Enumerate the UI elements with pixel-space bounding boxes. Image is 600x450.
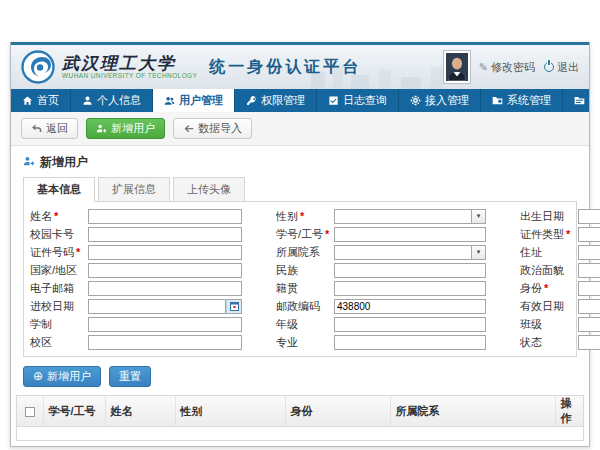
field-name: 姓名* — [30, 208, 270, 224]
department-control: ▾ — [334, 245, 486, 260]
select-all-checkbox[interactable] — [25, 407, 35, 417]
section-title: 新增用户 — [40, 154, 88, 171]
logout-link[interactable]: 退出 — [544, 60, 579, 75]
back-button[interactable]: 返回 — [21, 118, 78, 139]
political-status-input[interactable] — [578, 263, 600, 278]
schooling-length-input[interactable] — [88, 317, 242, 332]
enrollment-date-input[interactable] — [88, 299, 226, 314]
enrollment-date-control — [88, 299, 242, 314]
import-arrow-icon — [183, 123, 194, 134]
department-input[interactable] — [334, 245, 472, 260]
home-icon — [22, 95, 33, 106]
tab-upload-avatar[interactable]: 上传头像 — [173, 177, 245, 201]
name-input[interactable] — [88, 209, 242, 224]
class-input[interactable] — [578, 317, 600, 332]
field-label: 状态 — [520, 335, 578, 350]
field-country-region: 国家/地区 — [30, 262, 270, 278]
nav-item-label: 订阅管理 — [589, 93, 600, 108]
status-input[interactable] — [578, 335, 600, 350]
basic-info-panel: 姓名*性别*▾出生日期校园卡号学号/工号*证件类型*证件号码*所属院系▾住址国家… — [23, 201, 577, 357]
dropdown-arrow-icon[interactable]: ▾ — [472, 209, 486, 224]
field-label: 籍贯 — [276, 281, 334, 296]
field-native-place: 籍贯 — [276, 280, 514, 296]
student-staff-id-input[interactable] — [334, 227, 486, 242]
user-table-header-row: 学号/工号姓名性别身份所属院系操作 — [17, 396, 583, 427]
user-icon — [82, 95, 93, 106]
field-label: 国家/地区 — [30, 263, 88, 278]
reset-button-label: 重置 — [119, 369, 141, 384]
nav-item-label: 系统管理 — [507, 93, 551, 108]
nav-item-users[interactable]: 用户管理 — [153, 89, 235, 112]
data-import-label: 数据导入 — [198, 121, 242, 136]
field-address: 住址 — [520, 244, 600, 260]
nav-item-subscribe[interactable]: 订阅管理 — [563, 89, 600, 112]
nav-item-label: 权限管理 — [261, 93, 305, 108]
required-asterisk: * — [325, 228, 329, 240]
gender-input[interactable] — [334, 209, 472, 224]
postal-code-input[interactable] — [334, 299, 486, 314]
add-user-submit-label: 新增用户 — [47, 369, 91, 384]
university-logo-icon — [21, 50, 55, 84]
add-user-submit-button[interactable]: ⊕ 新增用户 — [23, 366, 101, 387]
address-input[interactable] — [578, 245, 600, 260]
field-label: 班级 — [520, 317, 578, 332]
birth-date-input[interactable] — [578, 209, 600, 224]
tab-basic-info[interactable]: 基本信息 — [23, 177, 95, 202]
ethnicity-input[interactable] — [334, 263, 486, 278]
field-id-type: 证件类型* — [520, 226, 600, 242]
field-label: 专业 — [276, 335, 334, 350]
data-import-button[interactable]: 数据导入 — [173, 118, 252, 139]
field-valid-date: 有效日期 — [520, 298, 600, 314]
id-number-input[interactable] — [88, 245, 242, 260]
calendar-icon[interactable] — [226, 299, 242, 314]
field-major: 专业 — [276, 334, 514, 350]
field-schooling-length: 学制 — [30, 316, 270, 332]
nav-item-key[interactable]: 权限管理 — [235, 89, 317, 112]
id-type-input[interactable] — [578, 227, 600, 242]
nav-item-gear[interactable]: 接入管理 — [399, 89, 481, 112]
section-title-row: 新增用户 — [11, 146, 589, 177]
field-email: 电子邮箱 — [30, 280, 270, 296]
field-label: 所属院系 — [276, 245, 334, 260]
subscribe-icon — [574, 95, 585, 106]
field-campus-card-no: 校园卡号 — [30, 226, 270, 242]
grade-input[interactable] — [334, 317, 486, 332]
back-arrow-icon — [31, 123, 42, 134]
nav-item-system[interactable]: 系统管理 — [481, 89, 563, 112]
change-password-link[interactable]: ✎ 修改密码 — [479, 60, 535, 75]
reset-button[interactable]: 重置 — [109, 366, 151, 387]
column-header-5: 操作 — [555, 396, 583, 427]
log-icon — [328, 95, 339, 106]
campus-card-no-input[interactable] — [88, 227, 242, 242]
field-student-staff-id: 学号/工号* — [276, 226, 514, 242]
nav-item-log[interactable]: 日志查询 — [317, 89, 399, 112]
field-label: 住址 — [520, 245, 578, 260]
users-icon — [164, 95, 175, 106]
add-user-toolbar-button[interactable]: 新增用户 — [86, 118, 165, 139]
native-place-input[interactable] — [334, 281, 486, 296]
field-label: 进校日期 — [30, 299, 88, 314]
field-political-status: 政治面貌 — [520, 262, 600, 278]
field-label: 证件类型* — [520, 227, 578, 242]
major-input[interactable] — [334, 335, 486, 350]
nav-item-home[interactable]: 首页 — [11, 89, 71, 112]
app-window: 武汉理工大学 WUHAN UNIVERSITY OF TECHNOLOGY 统一… — [10, 42, 590, 447]
university-name-cn: 武汉理工大学 — [62, 54, 197, 72]
power-icon — [544, 62, 554, 72]
country-region-input[interactable] — [88, 263, 242, 278]
campus-input[interactable] — [88, 335, 242, 350]
tab-bar: 基本信息 扩展信息 上传头像 — [11, 177, 589, 201]
user-plus-icon — [96, 123, 107, 134]
back-button-label: 返回 — [46, 121, 68, 136]
field-class: 班级 — [520, 316, 600, 332]
email-input[interactable] — [88, 281, 242, 296]
user-avatar[interactable] — [444, 51, 470, 83]
identity-input[interactable] — [578, 281, 600, 296]
field-label: 出生日期 — [520, 209, 578, 224]
required-asterisk: * — [544, 282, 548, 294]
valid-date-input[interactable] — [578, 299, 600, 314]
tab-extended-info[interactable]: 扩展信息 — [98, 177, 170, 201]
dropdown-arrow-icon[interactable]: ▾ — [472, 245, 486, 260]
nav-item-user[interactable]: 个人信息 — [71, 89, 153, 112]
nav-item-label: 个人信息 — [97, 93, 141, 108]
